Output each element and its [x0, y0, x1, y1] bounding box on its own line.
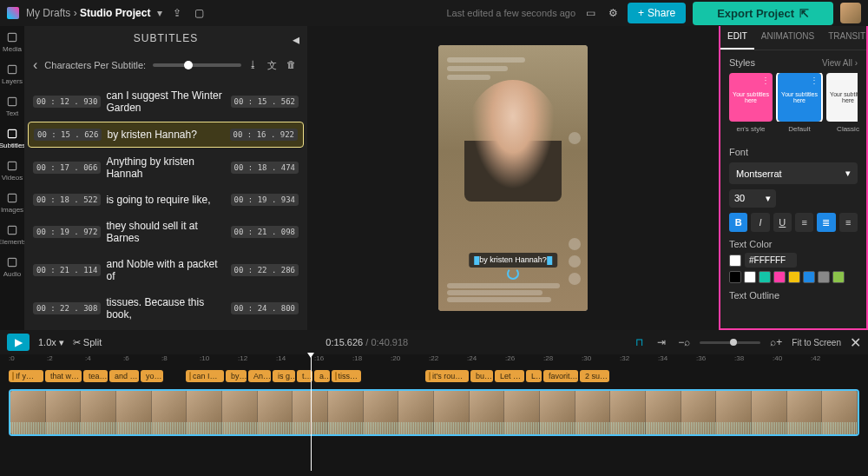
export-button[interactable]: Export Project⇱ — [693, 2, 833, 25]
color-swatch[interactable] — [803, 271, 815, 283]
subtitle-clip[interactable]: 2 su… — [580, 370, 609, 382]
collapse-panel-icon[interactable]: ◂ — [293, 31, 300, 48]
subtitle-clip[interactable]: by… — [226, 370, 247, 382]
color-swatch[interactable] — [788, 271, 800, 283]
align-left-button[interactable]: ≡ — [795, 213, 813, 232]
split-button[interactable]: ✂ Split — [73, 337, 102, 348]
project-name[interactable]: Studio Project — [80, 7, 150, 19]
subtitle-clip[interactable]: it's rou… — [425, 370, 469, 382]
trash-icon[interactable]: 🗑 — [286, 59, 299, 71]
subtitle-text[interactable]: Anything by kristen Hannah — [106, 155, 225, 180]
subtitle-text[interactable]: can I suggest The Winter Garden — [106, 89, 225, 114]
translate-icon[interactable]: 文 — [267, 59, 279, 71]
color-swatch[interactable] — [759, 271, 771, 283]
subtitle-clip[interactable]: that w… — [45, 370, 82, 382]
close-timeline-icon[interactable]: ✕ — [850, 334, 861, 351]
subtitle-clip[interactable]: favorit… — [543, 370, 578, 382]
underline-button[interactable]: U — [773, 213, 792, 232]
current-color-swatch[interactable] — [729, 255, 741, 267]
rail-audio[interactable]: Audio — [3, 256, 21, 278]
subtitle-track[interactable]: If y…that w…tea…and …yo…can I…by…An…is g… — [0, 367, 868, 386]
tab-transitions[interactable]: TRANSITIONS — [821, 26, 868, 50]
subtitle-clip[interactable]: L… — [526, 370, 542, 382]
tab-edit[interactable]: EDIT — [720, 26, 754, 50]
playhead[interactable] — [311, 354, 312, 471]
play-button[interactable]: ▶ — [7, 334, 30, 351]
subtitle-text[interactable]: they should sell it at Barnes — [106, 220, 225, 244]
zoom-in-icon[interactable]: ⌕+ — [769, 335, 783, 349]
video-preview[interactable]: by kristen Hannah? — [438, 45, 588, 311]
subtitle-overlay[interactable]: by kristen Hannah? — [469, 253, 557, 268]
zoom-out-icon[interactable]: −⌕ — [677, 335, 691, 349]
subtitle-clip[interactable]: is g… — [273, 370, 295, 382]
color-swatch[interactable] — [744, 271, 756, 283]
subtitle-row[interactable]: 00 : 22 . 308tissues. Because this book,… — [28, 290, 304, 327]
canvas[interactable]: by kristen Hannah? — [307, 26, 719, 330]
rail-media[interactable]: Media — [3, 31, 22, 53]
breadcrumb[interactable]: My Drafts › Studio Project ▾ — [26, 7, 162, 19]
rail-videos[interactable]: Videos — [2, 160, 23, 182]
view-all-link[interactable]: View All › — [822, 58, 858, 68]
image-icon[interactable]: ▢ — [192, 5, 207, 21]
style-card[interactable]: ⋮Your subtitles here — [778, 73, 821, 122]
rail-subtitles[interactable]: Subtitles — [0, 128, 25, 149]
chars-slider[interactable] — [153, 63, 241, 67]
hex-input[interactable] — [745, 253, 797, 268]
subtitle-clip[interactable]: bu… — [470, 370, 493, 382]
subtitle-row[interactable]: 00 : 21 . 114and Noble with a packet of0… — [28, 252, 304, 288]
style-card[interactable]: ⋮Your subtitles here — [826, 73, 858, 122]
subtitle-clip[interactable]: can I… — [186, 370, 224, 382]
color-swatch[interactable] — [818, 271, 830, 283]
subtitle-text[interactable]: by kristen Hannah? — [107, 129, 224, 141]
subtitle-clip[interactable]: An… — [248, 370, 271, 382]
subtitle-clip[interactable]: tiss… — [332, 370, 361, 382]
font-size-select[interactable]: 30▾ — [729, 189, 776, 208]
font-select[interactable]: Montserrat▾ — [729, 162, 858, 184]
rail-images[interactable]: Images — [1, 192, 23, 214]
subtitle-clip[interactable]: tea… — [83, 370, 108, 382]
fit-to-screen[interactable]: Fit to Screen — [792, 338, 841, 347]
card-menu-icon[interactable]: ⋮ — [761, 76, 770, 85]
user-avatar[interactable] — [840, 3, 861, 23]
settings-icon[interactable]: ⚙ — [605, 5, 621, 21]
chevron-down-icon[interactable]: ▾ — [157, 7, 162, 19]
color-swatch[interactable] — [729, 271, 741, 283]
subtitle-clip[interactable]: Let … — [495, 370, 524, 382]
color-swatch[interactable] — [832, 271, 845, 283]
italic-button[interactable]: I — [751, 213, 769, 232]
rail-text[interactable]: Text — [6, 96, 19, 117]
app-logo[interactable] — [7, 7, 19, 19]
subtitle-row[interactable]: 00 : 12 . 930can I suggest The Winter Ga… — [28, 83, 304, 120]
subtitle-text[interactable]: tissues. Because this book, — [106, 296, 225, 321]
breadcrumb-parent[interactable]: My Drafts — [26, 7, 70, 19]
rail-elements[interactable]: Elements — [0, 224, 27, 246]
align-right-button[interactable]: ≡ — [839, 213, 858, 232]
back-arrow-icon[interactable]: ‹ — [33, 57, 37, 73]
style-card[interactable]: ⋮Your subtitles here — [729, 73, 773, 122]
color-swatch[interactable] — [773, 271, 786, 283]
rail-layers[interactable]: Layers — [2, 63, 23, 85]
subtitle-clip[interactable]: If y… — [9, 370, 43, 382]
subtitle-row[interactable]: 00 : 17 . 066Anything by kristen Hannah0… — [28, 149, 304, 186]
subtitle-clip[interactable]: yo… — [141, 370, 163, 382]
download-icon[interactable]: ⭳ — [248, 59, 260, 71]
subtitle-row[interactable]: 00 : 18 . 522is going to require like,00… — [28, 188, 304, 212]
card-menu-icon[interactable]: ⋮ — [810, 76, 819, 85]
timeline-ruler[interactable]: :0:2:4:6:8:10:12:14:16:18:20:22:24:26:28… — [0, 354, 868, 367]
subtitle-row[interactable]: 00 : 15 . 626by kristen Hannah?00 : 16 .… — [28, 122, 304, 148]
subtitle-clip[interactable]: and … — [109, 370, 139, 382]
snap-icon[interactable]: ⇥ — [654, 335, 668, 349]
magnet-icon[interactable]: ⊓ — [632, 335, 646, 349]
subtitle-row[interactable]: 00 : 19 . 972they should sell it at Barn… — [28, 214, 304, 250]
subtitle-text[interactable]: is going to require like, — [106, 194, 225, 206]
comment-icon[interactable]: ▭ — [582, 5, 598, 21]
video-track[interactable] — [9, 389, 859, 436]
subtitle-text[interactable]: and Noble with a packet of — [106, 258, 225, 282]
tab-animations[interactable]: ANIMATIONS — [754, 26, 821, 50]
align-center-button[interactable]: ≣ — [817, 213, 835, 232]
share-link-icon[interactable]: ⇪ — [169, 5, 185, 21]
share-button[interactable]: +Share — [628, 3, 686, 23]
bold-button[interactable]: B — [729, 213, 747, 232]
zoom-slider[interactable] — [700, 341, 760, 344]
subtitle-list[interactable]: 00 : 12 . 930can I suggest The Winter Ga… — [24, 80, 307, 330]
